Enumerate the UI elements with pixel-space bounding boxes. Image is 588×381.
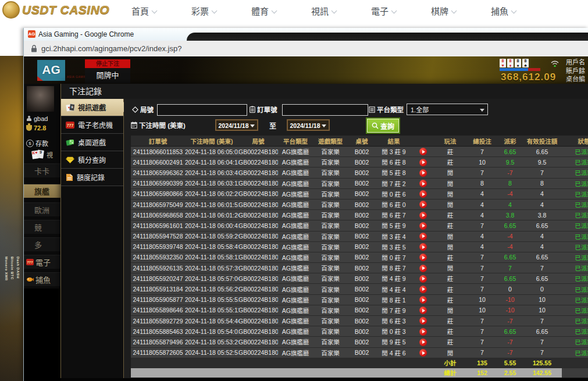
play-icon[interactable] <box>419 159 427 166</box>
platform-type-select[interactable]: 1.全部 <box>407 104 488 115</box>
table-row: 2411180558854632024-11-18 05:54:02GB0022… <box>131 326 588 337</box>
play-icon[interactable] <box>419 328 427 336</box>
sidebar-item-quota-records[interactable]: 額度記錄 <box>61 169 123 186</box>
username-row: gbad <box>26 115 48 122</box>
subtotal-payout: 5.55 <box>498 359 522 366</box>
nav-item-home[interactable]: 首頁 <box>114 5 174 17</box>
dollar-icon: $ <box>26 140 34 147</box>
cell-table-number: B002 <box>348 148 376 155</box>
play-icon[interactable] <box>419 307 427 314</box>
lobby-tab-card[interactable]: 卡卡 <box>24 163 60 177</box>
lobby-tab-slots[interactable]: 777 電子 <box>24 255 60 269</box>
date-to-value: 2024/11/18 <box>290 122 320 129</box>
cell-table-number: B002 <box>348 233 376 240</box>
cell-valid-bet: 7 <box>522 339 562 346</box>
cell-order-number: 241118055913184 <box>131 286 185 293</box>
lobby-tab-fishing[interactable]: 捕魚 <box>24 272 60 286</box>
column-header: 玩法 <box>434 137 466 145</box>
lobby-tab-flagship[interactable]: 旗艦 <box>24 184 60 198</box>
cell-table-number: B002 <box>348 349 376 356</box>
cell-bet-time: 2024-11-18 06:03:45 <box>185 169 238 176</box>
table-row: 2411180559261352024-11-18 05:57:39GB0022… <box>131 263 588 273</box>
nav-item-cards[interactable]: 棋牌 <box>414 5 473 17</box>
date-from-select[interactable]: 2024/11/18 <box>215 119 258 131</box>
cell-valid-bet: 6.65 <box>522 222 562 229</box>
url-bar[interactable]: gci.2hhapi.com/agingame/pcv2/index.jsp? <box>24 41 588 57</box>
cell-status: 已派彩 <box>562 337 588 346</box>
chevron-down-icon <box>152 8 158 13</box>
sidebar-item-slots[interactable]: 777 電子老虎機 <box>61 116 123 134</box>
play-icon[interactable] <box>419 233 427 240</box>
nav-item-live[interactable]: 視訊 <box>294 5 354 17</box>
cell-status: 已派彩 <box>562 285 588 294</box>
search-button[interactable]: 查詢 <box>367 119 399 133</box>
video-tab[interactable]: K♥9 視 <box>32 150 53 159</box>
table-games-icon <box>66 138 74 146</box>
play-icon[interactable] <box>419 349 427 357</box>
cell-game-type: 百家樂 <box>313 232 348 241</box>
table-row: 2411180559397482024-11-18 05:58:49GB0022… <box>131 242 588 252</box>
play-icon[interactable] <box>419 286 427 293</box>
round-number-input[interactable] <box>157 104 247 116</box>
cell-valid-bet: 6.65 <box>522 328 562 335</box>
filters-bar: 局號 訂單號 平台類型 1.全部 <box>124 99 588 136</box>
lobby-tab-bidding[interactable]: 競 <box>24 220 60 234</box>
play-icon[interactable] <box>419 254 427 261</box>
cell-status: 已派彩 <box>562 190 588 198</box>
deposit-button[interactable]: $ 存款 <box>26 138 48 148</box>
date-to-select[interactable]: 2024/11/18 <box>287 119 330 131</box>
moneybag-icon <box>26 125 32 131</box>
play-icon[interactable] <box>419 265 427 272</box>
nav-item-lottery[interactable]: 彩票 <box>174 5 234 17</box>
play-icon[interactable] <box>419 339 427 346</box>
play-icon[interactable] <box>419 222 427 230</box>
play-icon[interactable] <box>419 169 427 177</box>
below-panel-area <box>60 378 588 381</box>
sidebar-item-points-query[interactable]: 積分查詢 <box>61 151 123 169</box>
order-number-input[interactable] <box>282 104 368 116</box>
cell-status: 已派彩 <box>562 200 588 209</box>
panel-title: 下注記錄 <box>61 84 588 99</box>
cell-result: 閒 4 莊 4 <box>376 285 412 294</box>
cell-valid-bet: 0 <box>522 286 562 293</box>
cell-bet-time: 2024-11-18 05:53:29 <box>185 339 238 346</box>
play-icon[interactable] <box>419 275 427 283</box>
cell-order-number: 241118066011853 <box>131 148 185 155</box>
cell-bet-time: 2024-11-18 06:05:02 <box>185 148 238 155</box>
table-row: 2411180659808662024-11-18 06:02:25GB0022… <box>131 189 588 200</box>
cell-valid-bet: 4 <box>522 233 562 240</box>
play-icon[interactable] <box>419 296 427 304</box>
cell-platform-type: AG旗艦廳 <box>278 221 313 230</box>
nav-item-slots[interactable]: 電子 <box>354 5 414 17</box>
bet-records-panel: 下注記錄 ♥9 視訊遊戲 777 電子老虎機 桌面遊戲 積分查詢 <box>60 84 588 378</box>
cell-replay <box>412 264 434 272</box>
nav-item-fishing[interactable]: 捕魚 <box>473 5 533 17</box>
cell-replay <box>412 158 434 166</box>
cell-payout: -7 <box>498 339 522 346</box>
site-logo[interactable]: USDT CASINO <box>2 1 109 19</box>
card: 8♠ <box>515 59 521 67</box>
play-icon[interactable] <box>419 243 427 251</box>
cell-table-number: B002 <box>348 296 376 303</box>
sidebar-item-table-games[interactable]: 桌面遊戲 <box>61 134 123 151</box>
cell-status: 已派彩 <box>562 221 588 230</box>
bet-table: 訂單號 下注時間 (美東) 局號 平台類型 遊戲類型 桌號 結果 玩法 總投注 … <box>131 136 588 378</box>
total-row: 總計 152 2.55 142.55 <box>131 368 588 378</box>
play-icon[interactable] <box>419 148 427 155</box>
lobby-tab-multi[interactable]: 多 <box>24 237 60 251</box>
play-icon[interactable] <box>419 212 427 219</box>
sidebar-item-video-games[interactable]: ♥9 視訊遊戲 <box>61 99 123 116</box>
cell-replay <box>412 275 434 283</box>
cell-platform-type: AG旗艦廳 <box>278 327 313 336</box>
total-valid-bet: 142.55 <box>522 369 562 376</box>
lobby-tab-europe[interactable]: 歐洲 <box>24 202 60 216</box>
play-icon[interactable] <box>419 180 427 187</box>
play-icon[interactable] <box>419 317 427 325</box>
nav-item-sports[interactable]: 體育 <box>234 5 294 17</box>
window-titlebar[interactable]: AG Asia Gaming - Google Chrome <box>24 28 588 41</box>
play-icon[interactable] <box>419 190 427 198</box>
cards-icon: K♥9 <box>32 150 45 159</box>
play-icon[interactable] <box>419 201 427 208</box>
cell-table-number: B002 <box>348 222 376 229</box>
cell-valid-bet: 4 <box>522 201 562 208</box>
